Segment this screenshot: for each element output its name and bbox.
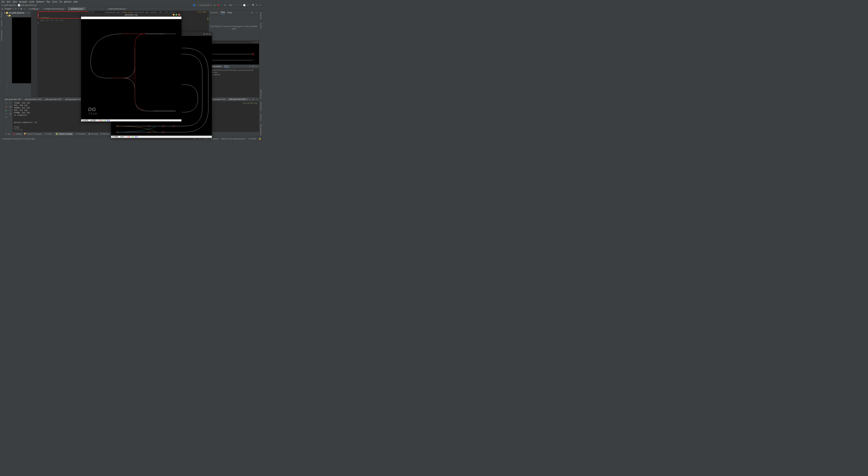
project-tree[interactable]: ▾ 📁 cv-path-planner ~/Documer ▾ 📁 › › › … xyxy=(3,11,31,97)
soft-wrap-button[interactable]: ↩ xyxy=(9,109,12,111)
git-commit-button[interactable]: ✓ xyxy=(237,4,239,6)
run-hide-icon[interactable]: — xyxy=(255,98,259,100)
tool-todo[interactable]: ☑ TODO xyxy=(44,133,52,135)
console-more-button[interactable]: ⋯ xyxy=(5,119,7,122)
status-eol[interactable]: LF xyxy=(198,138,201,140)
status-line-col[interactable]: 1:1 xyxy=(193,138,196,140)
editor-json[interactable]: ✓ { "activities": ["s", "s", "r", "s", "… xyxy=(31,11,89,97)
cv-window-titlebar[interactable]: generated_img xyxy=(81,13,181,16)
breadcrumb-project[interactable]: cv-path-planner xyxy=(1,4,16,6)
git-push-button[interactable]: ↗ xyxy=(240,4,242,6)
tool-problems[interactable]: ⊘ Problems xyxy=(76,133,86,135)
doc-settings-icon[interactable]: ⚙ xyxy=(252,65,254,68)
tool-git[interactable]: ⎇ Git xyxy=(5,133,10,135)
close-icon[interactable]: × xyxy=(84,8,85,10)
close-icon[interactable]: × xyxy=(39,8,40,10)
run-settings-icon[interactable]: ⚙ xyxy=(251,98,255,100)
hide-icon[interactable]: — xyxy=(24,8,26,10)
breadcrumb-file[interactable]: path-generator.py xyxy=(20,4,37,6)
menu-navigate[interactable]: Navigate xyxy=(19,1,27,3)
notifications-button[interactable]: ✦ xyxy=(259,4,261,6)
inspection-badges[interactable]: ⚠ 9 ⚠ 30 ✓ xyxy=(197,11,208,13)
settings-button[interactable]: ⚙ xyxy=(256,4,258,6)
git-history-button[interactable]: 🕘 xyxy=(243,4,246,6)
menu-git[interactable]: Git xyxy=(59,1,62,3)
rerun-button[interactable]: ↻ xyxy=(5,102,7,105)
run-tabs-chevron-icon[interactable]: ▾ xyxy=(248,98,251,100)
tool-bookmarks[interactable]: Bookmarks xyxy=(260,102,262,111)
run-button[interactable]: ▶ xyxy=(214,4,216,6)
git-rollback-button[interactable]: ↩ xyxy=(247,4,249,6)
menu-refactor[interactable]: Refactor xyxy=(36,1,44,3)
step-button[interactable]: ⇥ xyxy=(5,112,7,115)
status-branch[interactable]: ⎇ master xyxy=(248,138,256,140)
tool-python-packages[interactable]: 📦 Python Packages xyxy=(24,133,42,135)
sciview-tab-plots[interactable]: Plots xyxy=(227,11,232,14)
run-tab-42[interactable]: path-generator (42)× xyxy=(3,98,24,100)
select-opened-file-icon[interactable]: ⌖ xyxy=(12,8,14,10)
maximize-icon[interactable] xyxy=(176,14,177,15)
status-bg-tasks-icon[interactable]: ▢ xyxy=(1,138,3,140)
menu-window[interactable]: Window xyxy=(64,1,71,3)
more-run-button[interactable]: ⋯ xyxy=(221,4,223,6)
sciview-window-controls[interactable]: — ▢ ✕ xyxy=(209,41,259,44)
doc-subject[interactable]: last_i xyxy=(224,65,229,68)
close-icon[interactable]: × xyxy=(65,8,66,10)
status-indent[interactable]: 4 spaces xyxy=(211,138,219,140)
tab-config[interactable]: ●config.py× xyxy=(27,7,42,10)
user-icon[interactable]: 👤▾ xyxy=(193,4,196,6)
stop-process-button[interactable]: ■ xyxy=(5,105,7,108)
tool-terminal[interactable]: ▣ Terminal xyxy=(89,133,98,135)
tool-database[interactable]: Database xyxy=(260,12,262,20)
cv-window-generated-img[interactable]: generated_img DG .TEAM (x=933, y=239) ~ … xyxy=(81,13,181,122)
doc-edit-icon[interactable]: ✎ xyxy=(249,65,251,68)
tool-documentation[interactable]: Documentation xyxy=(260,124,262,136)
run-config-selector[interactable]: Current File ▾ xyxy=(198,4,213,7)
run-tab-44[interactable]: path-generator (44)× xyxy=(44,98,64,100)
stop-button[interactable]: ■ xyxy=(224,4,226,6)
tool-services[interactable]: ⊞ Services xyxy=(100,133,110,135)
menu-help[interactable]: Help xyxy=(73,1,78,3)
menu-run[interactable]: Run xyxy=(46,1,50,3)
run-tab-55[interactable]: path-generator (55)× xyxy=(228,98,248,100)
search-everywhere-button[interactable]: 🔍 xyxy=(252,4,255,6)
tool-commit[interactable]: Commit xyxy=(1,21,3,27)
tree-root[interactable]: cv-path-planner xyxy=(9,12,25,14)
status-interpreter[interactable]: Python 3.8 (cv-path-planner) xyxy=(221,138,245,140)
minimize-icon[interactable] xyxy=(173,14,175,15)
console-settings-button[interactable]: ⚙ xyxy=(5,116,7,118)
close-icon[interactable] xyxy=(178,14,180,15)
tool-debug[interactable]: 🐞 Debug xyxy=(13,133,21,135)
sciview-settings-icon[interactable]: ⚙ xyxy=(251,11,253,14)
tool-structure[interactable]: Structure xyxy=(260,114,262,121)
expand-all-icon[interactable]: ≡ xyxy=(15,8,16,10)
tab-path-generator[interactable]: ●path-generator.py× xyxy=(106,7,129,10)
menu-view[interactable]: View xyxy=(12,1,17,3)
show-options-icon[interactable]: ⚙ xyxy=(20,8,22,10)
debug-button[interactable]: 🐞 xyxy=(217,4,220,6)
sciview-tab-data[interactable]: Data xyxy=(221,11,225,14)
menu-edit[interactable]: Edit xyxy=(7,1,10,3)
doc-hide-icon[interactable]: — xyxy=(255,65,258,68)
print-button[interactable]: 🖶 xyxy=(9,105,12,108)
close-icon[interactable]: × xyxy=(126,8,127,10)
run-tab-43[interactable]: path-generator (43)× xyxy=(24,98,44,100)
status-lock-icon[interactable]: 🔒 xyxy=(259,138,261,140)
sciview-hide-icon[interactable]: — xyxy=(255,11,258,14)
scroll-to-end-button[interactable]: ↓ xyxy=(9,102,12,105)
project-tool-label[interactable]: Project xyxy=(5,8,11,10)
collapse-all-icon[interactable]: ÷ xyxy=(18,8,19,10)
menu-code[interactable]: Code xyxy=(29,1,34,3)
menu-tools[interactable]: Tools xyxy=(52,1,57,3)
editor-more-icon[interactable]: ⋮ xyxy=(102,8,104,10)
tool-sciview[interactable]: SciView xyxy=(260,23,262,29)
tool-notifications[interactable]: Notifications xyxy=(260,90,262,99)
git-update-button[interactable]: ✓ xyxy=(234,4,236,6)
resume-button[interactable]: ▶ xyxy=(5,109,7,111)
tab-activities-json[interactable]: {}activities.json× xyxy=(67,7,87,10)
tool-project[interactable]: Project xyxy=(1,12,3,18)
clear-button[interactable]: 🗑 xyxy=(9,112,12,115)
menu-file[interactable]: File xyxy=(1,1,5,3)
tool-pull-requests[interactable]: Pull Requests xyxy=(1,30,3,41)
status-encoding[interactable]: UTF-8 xyxy=(203,138,209,140)
